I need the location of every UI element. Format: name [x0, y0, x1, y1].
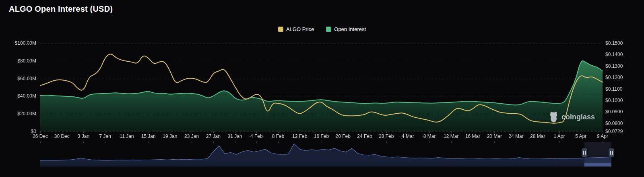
axis-tick-label: 9 Apr [590, 133, 615, 139]
axis-tick-label: $20.00M [4, 111, 36, 117]
axis-tick-label: $0.1100 [605, 86, 623, 92]
axis-tick-label: $0.1200 [605, 75, 623, 80]
pause-icon [583, 151, 584, 155]
navigator-selection-window[interactable] [584, 142, 611, 167]
main-chart-canvas[interactable] [0, 0, 644, 141]
axis-tick-label: $100.00M [4, 40, 36, 46]
axis-tick-label: $0.1300 [605, 63, 623, 69]
navigator-canvas[interactable] [0, 141, 644, 177]
navigator-handle-right[interactable] [609, 148, 614, 157]
coinglass-watermark: coinglass [549, 111, 595, 123]
axis-tick-label: $40.00M [4, 93, 36, 99]
axis-tick-label: $0.0800 [605, 121, 623, 126]
coinglass-bear-icon [549, 111, 559, 123]
pause-icon [585, 151, 586, 155]
axis-tick-label: $0.0900 [605, 109, 623, 115]
axis-tick-label: $0.1000 [605, 98, 623, 103]
pause-icon [612, 151, 613, 155]
watermark-label: coinglass [561, 113, 595, 121]
axis-tick-label: $0.1500 [605, 40, 623, 46]
chart-root: ALGO Open Interest (USD) ALGO Price Open… [0, 0, 644, 177]
axis-tick-label: $0.1400 [605, 52, 623, 57]
navigator-handle-left[interactable] [582, 148, 587, 157]
axis-tick-label: $60.00M [4, 76, 36, 81]
pause-icon [610, 151, 611, 155]
axis-tick-label: $80.00M [4, 58, 36, 64]
